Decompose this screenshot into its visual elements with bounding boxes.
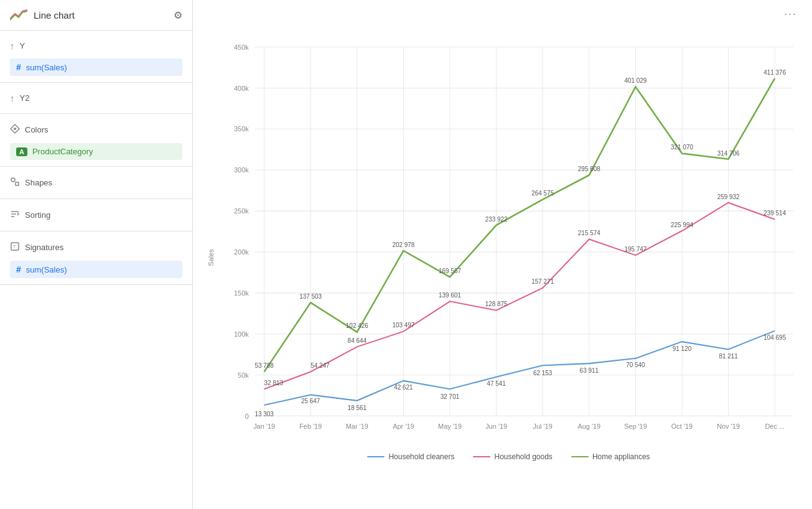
svg-text:314 706: 314 706 xyxy=(717,149,740,156)
chart-title: Line chart xyxy=(10,9,75,21)
colors-icon xyxy=(10,124,20,136)
svg-text:32 813: 32 813 xyxy=(264,380,284,386)
svg-text:350k: 350k xyxy=(234,125,249,133)
sum-sales-pill-y[interactable]: # sum(Sales) xyxy=(10,58,182,76)
svg-text:Mar '19: Mar '19 xyxy=(346,423,368,430)
signatures-section: T Signatures # sum(Sales) xyxy=(0,231,192,285)
svg-text:139 601: 139 601 xyxy=(439,292,461,299)
signatures-icon: T xyxy=(10,241,20,253)
legend-household-cleaners: Household cleaners xyxy=(367,452,454,461)
product-category-label: ProductCategory xyxy=(32,147,93,156)
signatures-label: T Signatures xyxy=(10,238,182,257)
svg-text:Feb '19: Feb '19 xyxy=(299,423,322,430)
colors-section: Colors A ProductCategory xyxy=(0,114,192,167)
svg-text:47 541: 47 541 xyxy=(487,380,506,387)
legend-line-goods xyxy=(473,456,490,457)
hash-icon-y: # xyxy=(16,62,21,72)
shapes-icon xyxy=(10,177,20,189)
y2-axis-arrow-icon: ↑ xyxy=(10,93,15,103)
svg-text:200k: 200k xyxy=(234,248,249,256)
svg-text:50k: 50k xyxy=(238,371,249,379)
sum-sales-pill-sig[interactable]: # sum(Sales) xyxy=(10,261,182,278)
y-axis-label: ↑ Y xyxy=(10,37,182,55)
svg-text:84 644: 84 644 xyxy=(348,337,367,344)
svg-text:411 376: 411 376 xyxy=(763,69,786,76)
legend-label-goods: Household goods xyxy=(494,452,552,461)
shapes-section: Shapes xyxy=(0,167,192,199)
shapes-label: Shapes xyxy=(10,173,182,192)
svg-text:250k: 250k xyxy=(234,207,249,215)
svg-text:18 561: 18 561 xyxy=(348,404,367,411)
legend-home-appliances: Home appliances xyxy=(571,452,650,461)
colors-label: Colors xyxy=(10,120,182,139)
svg-text:239 514: 239 514 xyxy=(763,210,786,217)
legend-household-goods: Household goods xyxy=(473,452,552,461)
svg-text:Jan '19: Jan '19 xyxy=(253,423,275,430)
svg-text:Sep '19: Sep '19 xyxy=(624,423,647,430)
svg-text:128 875: 128 875 xyxy=(485,301,508,307)
svg-text:300k: 300k xyxy=(234,166,249,174)
svg-text:233 922: 233 922 xyxy=(485,215,508,222)
sidebar: Line chart ⚙ ↑ Y # sum(Sales) ↑ Y2 Color… xyxy=(0,0,193,509)
signatures-text: Signatures xyxy=(25,243,63,252)
y-axis-arrow-icon: ↑ xyxy=(10,40,15,51)
svg-text:400k: 400k xyxy=(234,84,249,91)
svg-text:225 994: 225 994 xyxy=(671,222,693,228)
legend-label-cleaners: Household cleaners xyxy=(388,452,454,461)
sum-sales-label-y: sum(Sales) xyxy=(26,63,67,72)
line-chart-svg: .grid-line { stroke: #e8e8e8; stroke-wid… xyxy=(218,12,800,448)
sidebar-header: Line chart ⚙ xyxy=(0,0,192,30)
svg-text:104 695: 104 695 xyxy=(763,334,786,341)
svg-text:157 271: 157 271 xyxy=(531,278,554,285)
svg-text:450k: 450k xyxy=(234,44,249,51)
svg-text:195 747: 195 747 xyxy=(624,246,646,253)
sum-sales-label-sig: sum(Sales) xyxy=(26,265,67,274)
svg-text:Oct '19: Oct '19 xyxy=(671,423,693,430)
svg-text:137 503: 137 503 xyxy=(299,293,322,300)
svg-point-2 xyxy=(11,178,15,182)
svg-text:215 574: 215 574 xyxy=(578,230,600,236)
svg-text:70 540: 70 540 xyxy=(626,362,645,368)
svg-text:103 497: 103 497 xyxy=(392,322,414,329)
svg-text:Jul '19: Jul '19 xyxy=(533,423,553,430)
svg-text:81 211: 81 211 xyxy=(719,353,738,360)
chart-title-text: Line chart xyxy=(34,10,75,21)
svg-text:25 647: 25 647 xyxy=(301,398,320,404)
svg-text:100k: 100k xyxy=(234,330,249,338)
y2-axis-text: Y2 xyxy=(20,93,30,103)
y-axis-label-text: Sales xyxy=(207,249,215,266)
svg-text:Jun '19: Jun '19 xyxy=(485,423,507,430)
y-axis-section: ↑ Y # sum(Sales) xyxy=(0,30,192,83)
sorting-section: Sorting xyxy=(0,199,192,231)
svg-text:321 070: 321 070 xyxy=(671,144,693,151)
chart-wrapper: Sales .grid-line { stroke: #e8e8e8; stro… xyxy=(218,12,800,503)
svg-text:0: 0 xyxy=(245,412,249,419)
svg-text:53 788: 53 788 xyxy=(254,362,274,369)
chart-area: ··· Sales .grid-line { stroke: #e8e8e8; … xyxy=(193,0,812,509)
svg-text:Aug '19: Aug '19 xyxy=(577,423,600,430)
svg-text:Nov '19: Nov '19 xyxy=(717,423,740,430)
sorting-label: Sorting xyxy=(10,205,182,225)
svg-text:102 426: 102 426 xyxy=(346,322,368,329)
svg-text:Apr '19: Apr '19 xyxy=(393,423,414,430)
svg-text:13 303: 13 303 xyxy=(254,410,274,417)
product-category-badge: A xyxy=(16,147,27,156)
svg-rect-3 xyxy=(16,182,19,185)
colors-text: Colors xyxy=(25,125,49,134)
svg-text:264 575: 264 575 xyxy=(531,190,554,197)
svg-text:32 701: 32 701 xyxy=(441,393,460,400)
svg-text:42 621: 42 621 xyxy=(394,384,413,391)
svg-text:T: T xyxy=(13,245,16,249)
hash-icon-sig: # xyxy=(16,264,21,274)
svg-text:62 153: 62 153 xyxy=(533,369,553,376)
svg-text:54 247: 54 247 xyxy=(310,362,330,369)
household-cleaners-line xyxy=(264,331,775,405)
y2-axis-label: ↑ Y2 xyxy=(10,89,182,107)
sorting-icon xyxy=(10,209,20,221)
svg-text:May '19: May '19 xyxy=(438,423,462,430)
home-appliances-line xyxy=(264,78,775,371)
legend-line-appliances xyxy=(571,456,589,457)
svg-point-1 xyxy=(14,128,16,130)
product-category-pill[interactable]: A ProductCategory xyxy=(10,143,182,160)
settings-icon[interactable]: ⚙ xyxy=(174,9,182,21)
